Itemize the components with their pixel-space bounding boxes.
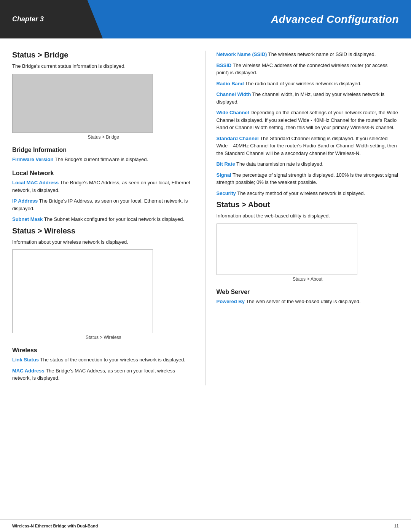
radio-band-entry: Radio Band The radio band of your wirele… xyxy=(217,80,399,88)
status-wireless-section: Status > Wireless Information about your… xyxy=(12,227,195,340)
right-column: Network Name (SSID) The wireless network… xyxy=(206,51,399,385)
page-footer: Wireless-N Ethernet Bridge with Dual-Ban… xyxy=(0,519,411,532)
local-mac-label: Local MAC Address xyxy=(12,180,59,185)
link-status-desc: The status of the connection to your wir… xyxy=(39,357,185,363)
wireless-title: Wireless xyxy=(12,347,195,354)
radio-band-desc: The radio band of your wireless network … xyxy=(244,81,362,86)
link-status-label: Link Status xyxy=(12,357,39,363)
powered-by-desc: The web server of the web-based utility … xyxy=(245,299,361,304)
subnet-mask-entry: Subnet Mask The Subnet Mask configured f… xyxy=(12,216,195,223)
ip-address-label: IP Address xyxy=(12,198,38,204)
firmware-version-label: Firmware Version xyxy=(12,157,53,162)
network-name-desc: The wireless network name or SSID is dis… xyxy=(267,51,376,57)
chapter-label: Chapter 3 xyxy=(0,0,103,38)
page-title: Advanced Configuration xyxy=(103,0,411,38)
status-about-section: Status > About Information about the web… xyxy=(217,200,399,282)
security-desc: The security method of your wireless net… xyxy=(236,190,365,196)
bssid-desc: The wireless MAC address of the connecte… xyxy=(217,62,388,76)
bssid-entry: BSSID The wireless MAC address of the co… xyxy=(217,62,399,77)
status-about-screenshot-label: Status > About xyxy=(217,276,399,282)
main-content: Status > Bridge The Bridge's current sta… xyxy=(0,38,411,398)
bssid-label: BSSID xyxy=(217,62,232,68)
radio-band-label: Radio Band xyxy=(217,81,244,86)
subnet-mask-desc: The Subnet Mask configured for your loca… xyxy=(43,216,184,222)
powered-by-label: Powered By xyxy=(217,299,245,304)
standard-channel-entry: Standard Channel The Standard Channel se… xyxy=(217,135,399,157)
bit-rate-label: Bit Rate xyxy=(217,161,235,167)
left-column: Status > Bridge The Bridge's current sta… xyxy=(12,51,206,385)
footer-page-number: 11 xyxy=(394,524,399,528)
status-bridge-screenshot xyxy=(12,74,153,133)
footer-product-name: Wireless-N Ethernet Bridge with Dual-Ban… xyxy=(12,524,98,528)
firmware-version-desc: The Bridge's current firmware is display… xyxy=(53,157,148,162)
wide-channel-label: Wide Channel xyxy=(217,110,249,115)
local-network-section: Local Network Local MAC Address The Brid… xyxy=(12,170,195,223)
web-server-section: Web Server Powered By The web server of … xyxy=(217,289,399,305)
firmware-version-entry: Firmware Version The Bridge's current fi… xyxy=(12,156,195,163)
bridge-info-title: Bridge Information xyxy=(12,147,195,153)
channel-width-label: Channel Width xyxy=(217,91,251,97)
link-status-entry: Link Status The status of the connection… xyxy=(12,356,195,364)
subnet-mask-label: Subnet Mask xyxy=(12,216,43,222)
channel-width-entry: Channel Width The channel width, in MHz,… xyxy=(217,91,399,105)
signal-desc: The percentage of signal strength is dis… xyxy=(217,172,398,185)
signal-entry: Signal The percentage of signal strength… xyxy=(217,171,399,186)
standard-channel-label: Standard Channel xyxy=(217,136,259,141)
status-about-desc: Information about the web-based utility … xyxy=(217,212,399,220)
local-mac-entry: Local MAC Address The Bridge's MAC Addre… xyxy=(12,179,195,194)
chapter-text: Chapter 3 xyxy=(12,15,44,23)
status-about-screenshot xyxy=(217,224,357,275)
mac-address-entry: MAC Address The Bridge's MAC Address, as… xyxy=(12,367,195,382)
wide-channel-entry: Wide Channel Depending on the channel se… xyxy=(217,109,399,131)
status-wireless-screenshot xyxy=(12,249,153,333)
status-bridge-title: Status > Bridge xyxy=(12,51,195,59)
ip-address-entry: IP Address The Bridge's IP Address, as s… xyxy=(12,197,195,212)
security-entry: Security The security method of your wir… xyxy=(217,190,399,197)
network-name-label: Network Name (SSID) xyxy=(217,51,267,57)
powered-by-entry: Powered By The web server of the web-bas… xyxy=(217,298,399,305)
bit-rate-desc: The data transmission rate is displayed. xyxy=(235,161,323,167)
page-header: Chapter 3 Advanced Configuration xyxy=(0,0,411,38)
status-wireless-title: Status > Wireless xyxy=(12,227,195,235)
status-bridge-section: Status > Bridge The Bridge's current sta… xyxy=(12,51,195,140)
status-bridge-screenshot-label: Status > Bridge xyxy=(12,134,195,140)
mac-address-label: MAC Address xyxy=(12,368,45,374)
web-server-title: Web Server xyxy=(217,289,399,296)
status-about-title: Status > About xyxy=(217,200,399,209)
status-bridge-desc: The Bridge's current status information … xyxy=(12,62,195,70)
signal-label: Signal xyxy=(217,172,231,178)
ip-address-desc: The Bridge's IP Address, as seen on your… xyxy=(12,198,188,211)
network-name-entry: Network Name (SSID) The wireless network… xyxy=(217,51,399,58)
security-label: Security xyxy=(217,190,236,196)
bridge-information-section: Bridge Information Firmware Version The … xyxy=(12,147,195,163)
status-wireless-desc: Information about your wireless network … xyxy=(12,238,195,246)
status-wireless-screenshot-label: Status > Wireless xyxy=(12,335,195,340)
bit-rate-entry: Bit Rate The data transmission rate is d… xyxy=(217,160,399,168)
local-network-title: Local Network xyxy=(12,170,195,177)
wireless-section: Wireless Link Status The status of the c… xyxy=(12,347,195,382)
